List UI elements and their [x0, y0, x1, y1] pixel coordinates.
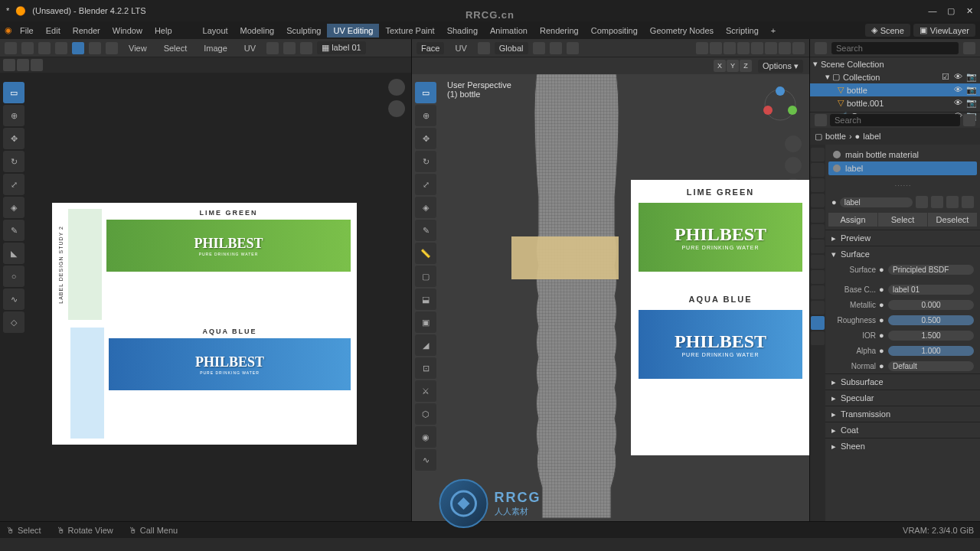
- material-browse-icon[interactable]: [916, 196, 928, 208]
- tool-knife[interactable]: ⚔: [415, 380, 436, 402]
- render-icon[interactable]: 📷: [966, 85, 977, 96]
- uv-display-icon-3[interactable]: [31, 59, 43, 71]
- uv-uv-menu[interactable]: UV: [238, 41, 262, 55]
- uv-zoom-icon[interactable]: [388, 79, 405, 96]
- orientation-selector[interactable]: Global: [495, 42, 528, 54]
- tool-transform-3d[interactable]: ◈: [415, 197, 436, 218]
- tool-grab[interactable]: ○: [3, 266, 24, 287]
- shading-solid-icon[interactable]: [765, 42, 777, 54]
- tool-transform[interactable]: ◈: [3, 197, 24, 218]
- outliner-collection[interactable]: ▾ ▢ Collection ☑👁📷: [810, 70, 980, 83]
- image-selector[interactable]: ▦ label 01: [317, 41, 366, 54]
- workspace-texture-paint[interactable]: Texture Paint: [379, 24, 440, 37]
- tool-measure[interactable]: 📏: [415, 243, 436, 264]
- shading-rendered-icon[interactable]: [792, 42, 805, 54]
- tool-loopcut[interactable]: ⊡: [415, 357, 436, 379]
- tool-bevel[interactable]: ◢: [415, 334, 436, 356]
- uv-pan-icon[interactable]: [388, 100, 405, 117]
- scene-selector[interactable]: ◈ Scene: [865, 24, 910, 37]
- axis-x[interactable]: X: [714, 60, 726, 72]
- section-preview[interactable]: ▸ Preview: [825, 230, 980, 246]
- vp-prop-icon[interactable]: [567, 42, 579, 54]
- tool-rip[interactable]: ◣: [3, 243, 24, 264]
- tab-constraint[interactable]: [811, 285, 825, 299]
- deselect-button[interactable]: Deselect: [928, 213, 977, 227]
- section-transmission[interactable]: ▸ Transmission: [825, 406, 980, 422]
- tool-select[interactable]: ▭: [415, 82, 436, 103]
- tab-scene[interactable]: [811, 194, 825, 207]
- vp-gizmo-icon[interactable]: [710, 42, 722, 54]
- tab-output[interactable]: [811, 163, 825, 177]
- vp-snap-icon[interactable]: [550, 42, 562, 54]
- ior-value[interactable]: 1.500: [888, 331, 974, 341]
- tool-pinch[interactable]: ◇: [3, 311, 24, 333]
- tab-render[interactable]: [811, 148, 825, 161]
- tool-move-3d[interactable]: ✥: [415, 128, 436, 149]
- section-sheen[interactable]: ▸ Sheen: [825, 439, 980, 454]
- uv-sync-icon[interactable]: [106, 42, 118, 54]
- uv-viewport[interactable]: LABEL DESIGN STUDY 2 LIME GREEN PHILBEST…: [0, 73, 411, 521]
- tool-select-box[interactable]: ▭: [3, 82, 24, 103]
- tool-cursor[interactable]: ⊕: [3, 105, 24, 126]
- tab-particle[interactable]: [811, 255, 825, 269]
- roughness-value[interactable]: 0.500: [888, 315, 974, 325]
- tab-modifier[interactable]: [811, 240, 825, 253]
- workspace-compositing[interactable]: Compositing: [585, 24, 644, 37]
- material-slot-0[interactable]: main bottle material: [828, 148, 977, 161]
- uv-view-menu[interactable]: View: [122, 41, 153, 55]
- tool-annotate-3d[interactable]: ✎: [415, 220, 436, 241]
- menu-window[interactable]: Window: [106, 24, 149, 37]
- list-grip[interactable]: ⋯⋯: [825, 178, 980, 194]
- shading-matprev-icon[interactable]: [779, 42, 791, 54]
- section-subsurface[interactable]: ▸ Subsurface: [825, 374, 980, 390]
- eye-icon[interactable]: 👁: [954, 98, 965, 109]
- axis-y[interactable]: Y: [727, 60, 739, 72]
- pan-icon[interactable]: [785, 157, 802, 174]
- props-options-icon[interactable]: [963, 114, 975, 126]
- vp-overlay-icon[interactable]: [724, 42, 736, 54]
- axis-z[interactable]: Z: [740, 60, 752, 72]
- shader-selector[interactable]: Principled BSDF: [888, 265, 974, 275]
- checkbox-icon[interactable]: ☑: [942, 72, 952, 83]
- minimize-button[interactable]: —: [928, 6, 937, 15]
- section-coat[interactable]: ▸ Coat: [825, 422, 980, 438]
- workspace-shading[interactable]: Shading: [441, 24, 484, 37]
- tab-texture[interactable]: [811, 331, 825, 345]
- tool-smooth[interactable]: ∿: [415, 449, 436, 471]
- vp-xray-icon[interactable]: [737, 42, 750, 54]
- workspace-animation[interactable]: Animation: [484, 24, 534, 37]
- workspace-sculpting[interactable]: Sculpting: [280, 24, 327, 37]
- select-button[interactable]: Select: [878, 213, 927, 227]
- props-search[interactable]: [830, 114, 960, 126]
- workspace-modeling[interactable]: Modeling: [234, 24, 281, 37]
- workspace-add[interactable]: +: [765, 24, 782, 37]
- sel-face[interactable]: [72, 42, 84, 54]
- uv-display-icon-1[interactable]: [3, 59, 15, 71]
- workspace-layout[interactable]: Layout: [197, 24, 234, 37]
- shading-wireframe-icon[interactable]: [751, 42, 763, 54]
- sel-island[interactable]: [89, 42, 101, 54]
- prop-edit-icon[interactable]: [300, 42, 312, 54]
- workspace-rendering[interactable]: Rendering: [534, 24, 585, 37]
- alpha-value[interactable]: 1.000: [888, 346, 974, 356]
- mode-selector[interactable]: Face: [416, 42, 444, 54]
- workspace-geometry-nodes[interactable]: Geometry Nodes: [644, 24, 720, 37]
- tool-spin[interactable]: ◉: [415, 426, 436, 448]
- material-slot-1[interactable]: label: [828, 161, 977, 175]
- tab-object[interactable]: [811, 224, 825, 238]
- tool-rotate[interactable]: ↻: [3, 151, 24, 172]
- options-dropdown[interactable]: Options ▾: [758, 60, 803, 73]
- tool-relax[interactable]: ∿: [3, 289, 24, 310]
- outliner-type-icon[interactable]: [815, 42, 827, 54]
- tab-viewlayer[interactable]: [811, 178, 825, 192]
- normal-value[interactable]: Default: [888, 361, 974, 371]
- workspace-scripting[interactable]: Scripting: [720, 24, 765, 37]
- nav-gizmo[interactable]: [759, 83, 802, 126]
- pivot-icon[interactable]: [266, 42, 279, 54]
- close-button[interactable]: ✕: [965, 6, 974, 15]
- tab-data[interactable]: [811, 301, 825, 315]
- metallic-value[interactable]: 0.000: [888, 300, 974, 310]
- uv-select-menu[interactable]: Select: [158, 41, 194, 55]
- assign-button[interactable]: Assign: [828, 213, 877, 227]
- tool-add-cube[interactable]: ▢: [415, 266, 436, 287]
